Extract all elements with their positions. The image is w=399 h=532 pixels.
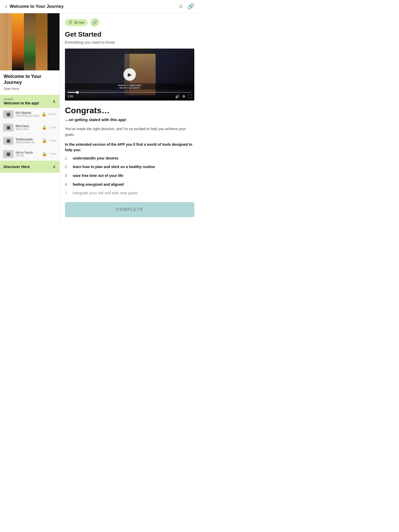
lecture-label: Lecture [4,97,39,101]
lesson-thumbnail: ▦ [3,150,14,158]
lesson-desc: Socials [16,154,40,157]
lesson-info: Get Started Everything you need to know [16,111,39,117]
hero-strip-fire [12,13,24,70]
settings-icon[interactable]: ⚙ [182,94,185,98]
list-item-text: understandin your desires [73,156,118,161]
congrats-subtitle: …on getting stated with this app! [65,117,194,122]
lesson-thumbnail: ▦ [3,110,14,118]
lesson-name: Meet Sara [16,124,40,128]
body-text: You've made the right decision, and I'm … [65,126,194,138]
video-play-button[interactable]: ▶ [123,68,136,81]
app-header: ‹ Welcome to Your Journey ☆ 🔗 [0,0,200,13]
bookmark-button[interactable]: ☆ [178,4,184,9]
lesson-name: Get Started [16,111,39,114]
list-item-text: integrate your old self with new goals [73,191,138,196]
left-subtitle: Start Here [4,87,56,91]
discover-title: Discover Here [4,164,30,169]
header-left: ‹ Welcome to Your Journey [5,4,64,9]
list-item: 1 understandin your desires [65,156,194,161]
list-item-text: learn how to plan and stick on a healthy… [73,164,155,170]
list-item[interactable]: ▦ Get in Touch Socials 🔒 5 min [0,148,59,161]
lock-icon: 🔒 [42,125,47,130]
list-item[interactable]: ▦ Get Started Everything you need to kno… [0,108,59,121]
lock-icon: 🔒 [42,151,47,156]
list-number: 2 [65,165,69,169]
badge-duration-text: 20 min [74,21,84,24]
link-button[interactable]: 🔗 [187,4,194,9]
header-icons: ☆ 🔗 [178,4,194,9]
hero-strip-wood [0,13,12,70]
hero-strip-water [48,13,59,70]
clock-icon: ⏱ [69,20,72,25]
features-list: 1 understandin your desires 2 learn how … [65,156,194,196]
lesson-duration: 5 min [49,139,56,142]
video-player[interactable]: ▶ aiutando a raggiungeredavvero ogni gio… [65,49,194,101]
list-item: 2 learn how to plan and stick on a healt… [65,164,194,170]
lesson-duration: 5 min [49,152,56,155]
list-item[interactable]: ▦ Meet Sara About Sara 🔒 5 min [0,121,59,134]
video-progress-bar[interactable] [68,92,192,93]
hero-strip-rust [36,13,48,70]
left-title: Welcome to Your Journey [4,74,56,86]
link-badge[interactable]: 🔗 [90,18,99,27]
lesson-thumbnail: ▦ [3,137,14,145]
lock-icon: 🔒 [41,112,46,117]
left-column: Welcome to Your Journey Start Here Lectu… [0,13,60,222]
hero-strip-earth [24,13,36,70]
header-title: Welcome to Your Journey [10,4,64,9]
list-item-text: save free time out of your life [73,173,123,178]
congrats-title: Congrats… [65,106,194,115]
lecture-title: Welcome to the app! [4,101,39,105]
lesson-info: Get in Touch Socials [16,151,40,157]
video-ctrl-icons: 🔊 ⚙ ⛶ [175,94,192,98]
lesson-duration: 20 min [49,113,56,116]
badge-row: ⏱ 20 min 🔗 [65,18,194,27]
video-progress-dot [76,91,79,94]
discover-header[interactable]: Discover Here ∨ [0,161,59,173]
hero-collage [0,13,59,70]
lecture-label-group: Lecture Welcome to the app! [4,97,39,105]
volume-icon[interactable]: 🔊 [175,94,179,98]
content-subtitle: Everything you need to know [65,40,194,44]
chevron-up-icon: ∧ [52,98,56,104]
lesson-desc: Everything you need to know [16,114,39,117]
main-layout: Welcome to Your Journey Start Here Lectu… [0,13,200,222]
lesson-duration: 5 min [49,126,56,129]
lesson-info: Testimonials What people say [16,138,40,144]
lesson-thumbnail: ▦ [3,124,14,131]
lecture-header[interactable]: Lecture Welcome to the app! ∧ [0,95,59,108]
right-column: ⏱ 20 min 🔗 Get Started Everything you ne… [60,13,200,222]
list-item-text: feeling energized and aligned [73,182,124,187]
lesson-name: Get in Touch [16,151,40,154]
list-number: 5 [65,191,69,195]
lesson-desc: What people say [16,141,40,144]
duration-badge: ⏱ 20 min [65,19,88,26]
fullscreen-icon[interactable]: ⛶ [188,94,192,98]
list-item[interactable]: ▦ Testimonials What people say 🔒 5 min [0,134,59,148]
lesson-desc: About Sara [16,128,40,130]
video-time: 3:55 [68,95,73,98]
lesson-list: ▦ Get Started Everything you need to kno… [0,108,59,161]
list-number: 3 [65,174,69,178]
content-title: Get Started [65,30,194,38]
lesson-info: Meet Sara About Sara [16,124,40,130]
video-controls-row: 3:55 🔊 ⚙ ⛶ [68,94,192,98]
video-controls: 3:55 🔊 ⚙ ⛶ [65,90,194,101]
back-button[interactable]: ‹ [5,4,7,9]
left-text-area: Welcome to Your Journey Start Here [0,70,59,91]
chevron-down-icon: ∨ [52,164,56,170]
complete-button[interactable]: COMPLETE [65,202,194,217]
lock-icon: 🔒 [42,138,47,143]
video-subtitles: aiutando a raggiungeredavvero ogni giorn… [65,83,194,90]
list-number: 4 [65,182,69,187]
extended-intro: In the extended version of the APP you l… [65,142,194,153]
list-item: 5 integrate your old self with new goals [65,191,194,196]
list-number: 1 [65,156,69,160]
list-item: 3 save free time out of your life [65,173,194,178]
list-item: 4 feeling energized and aligned [65,182,194,187]
lesson-name: Testimonials [16,138,40,141]
